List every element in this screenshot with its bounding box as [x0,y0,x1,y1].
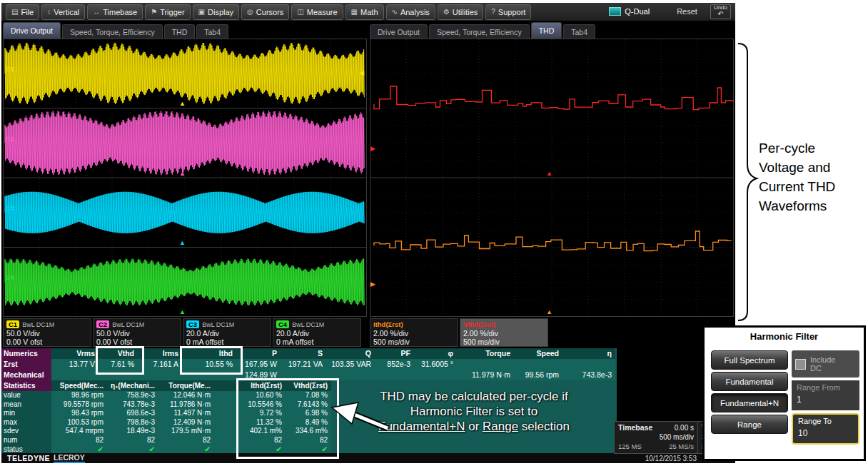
right-tab-drive-output[interactable]: Drive Output [370,24,428,39]
c4-descriptor[interactable]: C4BwL DC1M 20.0 A/div 0 mA offset [273,318,361,347]
left-tab-bar: Drive Output Speed, Torque, Efficiency T… [3,22,228,39]
menu-file-label: File [21,8,34,16]
left-waveform-grid[interactable] [3,39,367,317]
percycle-bracket [735,41,760,323]
ithd-descriptor[interactable]: Ithd(Σrst) 2.00 %/div 500 ms/div [370,318,458,347]
range-from-label: Range From [797,383,854,392]
include-dc-checkbox[interactable] [795,359,806,370]
range-button[interactable]: Range [711,415,788,434]
status-bar: TELEDYNE LECROY 10/12/2015 3:53 [1,453,735,463]
menu-measure[interactable]: ◫Measure [291,4,343,20]
menu-bar: ▤File ↕Vertical ↔Timebase ⚑Trigger ▣Disp… [1,3,735,21]
c3-scale: 20.0 A/div [186,329,268,338]
mech-empty-6 [326,370,375,380]
include-dc-toggle[interactable]: Include DC [792,350,859,378]
thd-note-or: or [465,420,483,433]
srst-phi: 31.6005 ° [414,359,457,370]
percycle-line4: Waveforms [759,196,835,216]
stat-spacer [214,418,240,427]
srst-vthd: 7.61 % [99,359,138,370]
math-icon: ▦ [351,8,358,16]
menu-display[interactable]: ▣Display [193,4,240,20]
menu-utilities-label: Utilities [453,8,478,16]
stat-cell: 758.9e-3 [107,391,158,400]
measure-icon: ◫ [297,8,303,16]
c4-scale: 20.0 A/div [276,329,358,338]
c2-chip: C2 [96,320,109,328]
menu-utilities[interactable]: ⚙Utilities [438,4,483,20]
mech-empty-2 [99,370,138,380]
right-tab-thd[interactable]: THD [531,22,562,39]
c3-coupling: BwL DC1M [202,321,234,328]
stat-cell: 18.49e-3 [107,427,158,436]
undo-button[interactable]: Undo↶ [710,4,731,19]
menu-support-label: Support [498,8,526,16]
vthd-descriptor[interactable]: Vthd(Σrst) 2.00 %/div 500 ms/div [460,318,548,347]
stat-cell: 98.96 rpm [51,391,107,400]
right-tab-tab4[interactable]: Tab4 [563,24,595,39]
percycle-annotation: Per-cycle Voltage and Current THD Wavefo… [759,138,835,216]
menu-timebase[interactable]: ↔Timebase [87,4,143,20]
fundamental-plus-n-button[interactable]: Fundamental+N [711,393,788,412]
left-tab-tab4[interactable]: Tab4 [196,24,228,39]
stat-cell: 11.497 N·m [158,409,214,418]
percycle-line2: Voltage and [759,158,835,177]
c3-descriptor[interactable]: C3BwL DC1M 20.0 A/div 0 mA offset [183,318,271,347]
c2-descriptor[interactable]: C2BwL DC1M 50.0 V/div 0.00 V ofst [93,318,181,347]
menu-analysis-label: Analysis [400,8,430,16]
menu-timebase-label: Timebase [103,8,137,16]
mech-empty-5 [281,370,326,380]
srst-eta [562,359,615,370]
right-waveform-grid[interactable] [370,39,734,317]
c1-descriptor[interactable]: C1BwL DC1M 50.0 V/div 0.00 V ofst [3,318,91,347]
menu-analysis[interactable]: ∿Analysis [386,4,435,20]
right-tab-speed-torque-efficiency[interactable]: Speed, Torque, Efficiency [429,24,530,39]
col-torque: Torque [457,348,514,359]
range-from-field[interactable]: Range From 1 [792,380,859,410]
menu-cursors[interactable]: ◎Cursors [241,4,289,20]
c2-offset: 0.00 V ofst [96,338,178,346]
menu-file[interactable]: ▤File [6,4,39,20]
left-tab-drive-output[interactable]: Drive Output [3,22,61,39]
timebase-summary[interactable]: Timebase0.00 s 500 ms/div 125 MS25 MS/s [615,422,697,453]
col-pf: PF [375,348,414,359]
left-tab-speed-torque-efficiency[interactable]: Speed, Torque, Efficiency [62,24,163,39]
menu-math[interactable]: ▦Math [345,4,384,20]
menu-trigger[interactable]: ⚑Trigger [145,4,190,20]
right-tab-bar: Drive Output Speed, Torque, Efficiency T… [370,22,595,39]
stat-cell: 82 [158,436,214,445]
range-to-value[interactable]: 10 [798,428,853,438]
range-from-value[interactable]: 1 [797,395,854,405]
fundamental-button[interactable]: Fundamental [711,372,788,391]
menu-support[interactable]: ?Support [485,4,531,20]
stat-row-label: max [1,418,51,427]
statistics-table: Statistics Speed(Mec... η₁(Mechani... To… [1,380,331,454]
left-tab-thd[interactable]: THD [164,24,196,39]
menu-measure-label: Measure [307,8,338,16]
trigger-flag-icon: ⚑ [151,8,157,16]
col-q: Q [326,348,375,359]
analysis-icon: ∿ [392,8,398,16]
stat-cell: 12.409 N·m [158,418,214,427]
page: ▤File ↕Vertical ↔Timebase ⚑Trigger ▣Disp… [0,0,868,466]
stat-col-spacer [214,380,240,391]
stat-cell: 9.72 % [240,409,286,418]
stat-cell: 743.78e-3 [107,400,158,410]
stat-cell: 82 [240,436,286,445]
harmonic-filter-title: Harmonic Filter [705,331,864,342]
vertical-icon: ↕ [47,8,51,16]
c2-coupling: BwL DC1M [112,321,144,328]
full-spectrum-button[interactable]: Full Spectrum [711,350,788,370]
mech-eta: 743.8e-3 [562,370,615,380]
range-to-field[interactable]: Range To 10 [792,413,859,445]
reset-button[interactable]: Reset [677,7,697,16]
stat-col-ithd: Ithd(Σrst) [240,380,286,391]
c1-chip: C1 [6,320,19,328]
thd-note-line1: THD may be calculated per-cycle if [324,389,624,404]
menu-vertical[interactable]: ↕Vertical [41,4,85,20]
ithd-scale: 2.00 %/div [373,329,455,338]
col-vrms: Vrms [51,348,99,359]
mech-empty-4 [182,370,236,380]
qdual-label: Q-Dual [625,7,650,16]
brand-lecroy: LECROY [54,453,85,463]
